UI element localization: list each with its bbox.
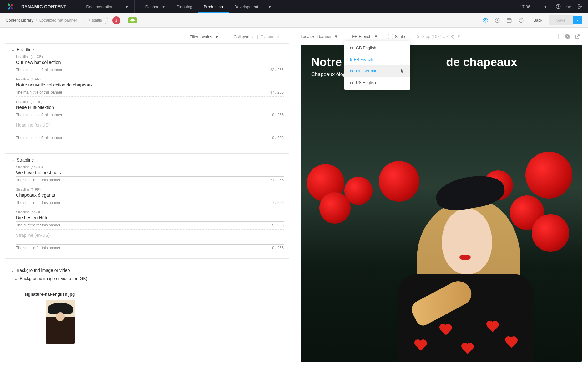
caret-down-icon: ▼	[543, 4, 547, 9]
field-help: The subtitle for this banner	[16, 246, 60, 250]
preview-toolbar: Localized banner▼ fr-FR French▼ Scale De…	[294, 28, 588, 45]
field-label: Headline (en-US)	[16, 122, 284, 127]
app-logo	[0, 3, 21, 11]
form-pane[interactable]: Filter locales▼ Collapse all | Expand al…	[0, 28, 294, 368]
media-thumbnail	[46, 300, 75, 344]
preview-eye-icon[interactable]	[481, 16, 490, 25]
calendar-icon[interactable]	[504, 16, 514, 25]
brand-title: DYNAMIC CONTENT	[21, 4, 66, 9]
scale-checkbox[interactable]: Scale	[388, 34, 405, 39]
svg-point-9	[402, 72, 403, 73]
chevron-down-icon: ⌄	[13, 276, 18, 281]
save-button: Save	[549, 15, 573, 25]
section-toggle-strapline[interactable]: ⌄ Strapline	[10, 158, 284, 163]
field-label: Strapline (en-US)	[16, 233, 284, 238]
avatar[interactable]: J	[112, 16, 120, 24]
field-input[interactable]: Our new hat collection	[16, 59, 284, 66]
locale-menu-item[interactable]: de-DE German	[344, 65, 410, 77]
section-strapline: ⌄ Strapline Strapline (en-GB)We have the…	[5, 153, 289, 259]
svg-point-1	[558, 8, 558, 8]
svg-rect-8	[565, 34, 568, 37]
field-help: The subtitle for this banner	[16, 223, 60, 227]
nav-development[interactable]: Development▼	[229, 0, 277, 13]
add-status-chip[interactable]: + status	[83, 17, 108, 24]
field-label: Headline (de-DE)	[16, 100, 284, 104]
locale-menu-item[interactable]: fr-FR French	[344, 54, 410, 65]
field-char-count: 21 / 256	[270, 178, 284, 182]
svg-point-3	[485, 19, 486, 21]
field-label: Strapline (en-GB)	[16, 165, 284, 169]
collapse-all-link[interactable]: Collapse all	[234, 34, 255, 39]
svg-point-2	[568, 6, 570, 8]
field-help: The subtitle for this banner	[16, 178, 60, 182]
section-background: ⌄ Background image or video ⌄ Background…	[5, 264, 289, 355]
breadcrumb: Content Library / Localized hat banner	[6, 18, 77, 23]
caret-down-icon: ▼	[268, 4, 272, 9]
locale-field: Headline (fr-FR)Notre nouvelle collectio…	[16, 77, 284, 97]
locale-field: Strapline (en-GB)We have the best hatsTh…	[16, 165, 284, 184]
caret-down-icon: ▼	[457, 34, 461, 39]
subsection-toggle-background-engb[interactable]: ⌄ Background image or video (en-GB)	[13, 276, 284, 281]
nav-production[interactable]: Production	[198, 0, 229, 13]
publish-status-icon[interactable]	[128, 17, 137, 23]
filter-locales-dropdown[interactable]: Filter locales▼	[190, 34, 219, 39]
field-char-count: 0 / 256	[272, 246, 284, 250]
media-filename: signature-hat-english.jpg	[24, 292, 96, 297]
field-label: Strapline (de-DE)	[16, 210, 284, 214]
caret-down-icon: ▼	[215, 34, 219, 39]
field-char-count: 22 / 256	[270, 68, 284, 72]
caret-down-icon: ▼	[374, 34, 378, 39]
nav-dashboard[interactable]: Dashboard	[140, 0, 171, 13]
info-icon[interactable]	[516, 16, 526, 25]
form-toolbar: Filter locales▼ Collapse all | Expand al…	[5, 33, 289, 43]
schema-dropdown[interactable]: Localized banner▼	[301, 34, 338, 39]
field-input[interactable]: Chapeaux élégants	[16, 191, 284, 199]
time-display[interactable]: 17:06▼	[514, 0, 553, 13]
locale-menu-item[interactable]: en-US English	[344, 77, 410, 88]
top-nav: DYNAMIC CONTENT Documentation ▼ Dashboar…	[0, 0, 588, 13]
field-char-count: 18 / 256	[270, 113, 284, 117]
field-help: The main title of this banner	[16, 90, 62, 95]
locale-field: Headline (en-GB)Our new hat collectionTh…	[16, 55, 284, 74]
locale-field: Strapline (en-US) The subtitle for this …	[16, 233, 284, 252]
chevron-down-icon: ⌄	[10, 158, 15, 163]
field-input[interactable]: We have the best hats	[16, 169, 284, 177]
section-headline: ⌄ Headline Headline (en-GB)Our new hat c…	[5, 43, 289, 148]
field-input[interactable]: Die besten Hüte	[16, 214, 284, 222]
settings-icon[interactable]	[564, 1, 574, 12]
field-char-count: 0 / 256	[272, 136, 284, 140]
back-link[interactable]: Back	[533, 18, 542, 23]
field-input[interactable]: Notre nouvelle collection de chapeaux	[16, 81, 284, 89]
history-icon[interactable]	[493, 16, 502, 25]
copy-icon[interactable]	[563, 32, 572, 41]
field-help: The main title of this banner	[16, 136, 62, 140]
nav-divider	[134, 0, 135, 13]
field-input[interactable]: Neue Hutkollektion	[16, 104, 284, 111]
field-help: The subtitle for this banner	[16, 200, 60, 205]
breadcrumb-root[interactable]: Content Library	[6, 18, 33, 23]
field-help: The main title of this banner	[16, 68, 62, 72]
help-icon[interactable]	[553, 1, 564, 12]
sub-bar: Content Library / Localized hat banner +…	[0, 13, 588, 28]
media-card[interactable]: signature-hat-english.jpg	[20, 284, 101, 348]
breadcrumb-leaf: Localized hat banner	[39, 18, 77, 23]
section-toggle-headline[interactable]: ⌄ Headline	[10, 47, 284, 52]
open-external-icon[interactable]	[573, 32, 582, 41]
field-char-count: 17 / 256	[270, 200, 284, 205]
locale-menu: en-GB Englishfr-FR Frenchde-DE Germanen-…	[344, 41, 410, 90]
locale-menu-item[interactable]: en-GB English	[344, 42, 410, 54]
nav-dropdown-docs[interactable]: Documentation ▼	[80, 0, 134, 13]
nav-planning[interactable]: Planning	[171, 0, 198, 13]
logout-icon[interactable]	[574, 1, 585, 12]
locale-field: Strapline (de-DE)Die besten HüteThe subt…	[16, 210, 284, 230]
field-label: Strapline (fr-FR)	[16, 188, 284, 191]
field-input[interactable]	[16, 127, 284, 134]
field-input[interactable]	[16, 238, 284, 245]
locale-dropdown[interactable]: fr-FR French▼	[348, 34, 378, 39]
svg-point-6	[521, 19, 522, 20]
section-toggle-background[interactable]: ⌄ Background image or video	[10, 268, 284, 273]
pinwheel-icon	[7, 3, 15, 11]
chevron-down-icon: ⌄	[10, 268, 15, 273]
caret-down-icon: ▼	[125, 4, 129, 9]
save-menu-button[interactable]	[573, 16, 582, 24]
